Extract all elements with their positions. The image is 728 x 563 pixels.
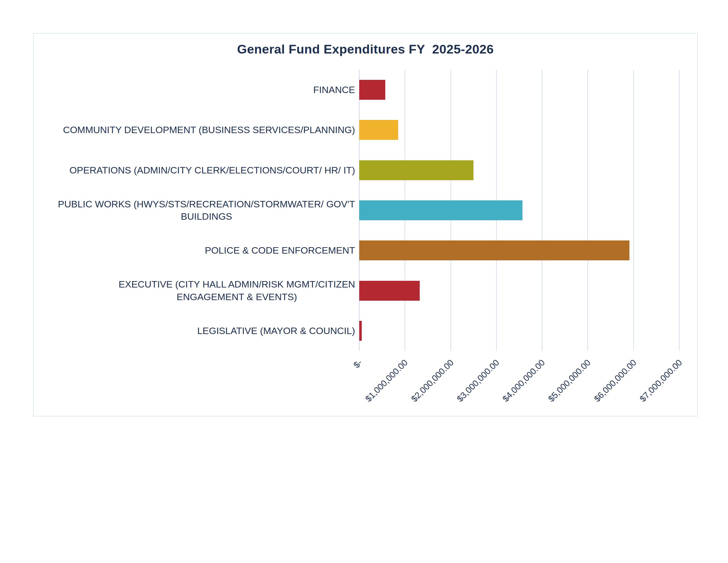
category-label: COMMUNITY DEVELOPMENT (BUSINESS SERVICES… bbox=[39, 110, 355, 150]
gridline bbox=[587, 70, 588, 351]
x-tick-label: $7,000,000.00 bbox=[638, 358, 684, 404]
bar[interactable] bbox=[359, 281, 420, 301]
bar[interactable] bbox=[359, 80, 385, 100]
bar[interactable] bbox=[359, 160, 473, 180]
x-tick-label: $5,000,000.00 bbox=[546, 358, 593, 404]
page-canvas: General Fund Expenditures FY 2025-2026 F… bbox=[0, 0, 728, 563]
x-tick-label: $- bbox=[351, 358, 364, 370]
bar[interactable] bbox=[359, 321, 362, 341]
gridline bbox=[633, 70, 634, 351]
category-label: LEGISLATIVE (MAYOR & COUNCIL) bbox=[39, 311, 355, 351]
category-label: EXECUTIVE (CITY HALL ADMIN/RISK MGMT/CIT… bbox=[39, 270, 355, 311]
x-tick-label: $1,000,000.00 bbox=[363, 358, 410, 404]
plot-area: FINANCECOMMUNITY DEVELOPMENT (BUSINESS S… bbox=[34, 34, 697, 416]
category-label: POLICE & CODE ENFORCEMENT bbox=[39, 230, 355, 270]
chart[interactable]: General Fund Expenditures FY 2025-2026 F… bbox=[33, 33, 698, 417]
bar[interactable] bbox=[359, 200, 522, 220]
x-tick-label: $4,000,000.00 bbox=[501, 358, 547, 404]
bar[interactable] bbox=[359, 120, 398, 140]
gridline bbox=[542, 70, 542, 351]
category-label: FINANCE bbox=[39, 70, 355, 110]
x-tick-label: $3,000,000.00 bbox=[455, 358, 501, 404]
x-tick-label: $6,000,000.00 bbox=[592, 358, 639, 404]
category-label: OPERATIONS (ADMIN/CITY CLERK/ELECTIONS/C… bbox=[39, 150, 355, 190]
x-tick-label: $2,000,000.00 bbox=[409, 358, 456, 404]
category-label: PUBLIC WORKS (HWYS/STS/RECREATION/STORMW… bbox=[39, 190, 355, 230]
bar[interactable] bbox=[359, 240, 629, 260]
gridline bbox=[679, 70, 680, 351]
